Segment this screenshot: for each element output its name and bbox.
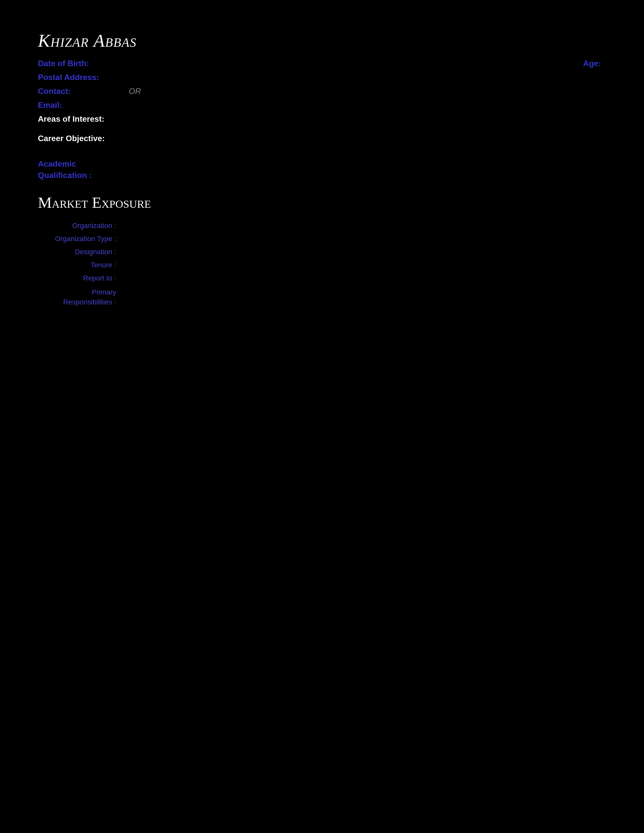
designation-label: Designation : [38, 248, 119, 256]
contact-row: Contact: OR [38, 87, 606, 96]
postal-address-row: Postal Address: [38, 73, 606, 82]
dob-label: Date of Birth: [38, 59, 114, 68]
market-exposure-heading: Market Exposure [38, 194, 606, 212]
organization-type-row: Organization Type : [38, 235, 606, 243]
career-objective-section: Career Objective: [38, 134, 606, 143]
page-title: Khizar Abbas [38, 30, 606, 51]
areas-of-interest-row: Areas of Interest: [38, 114, 606, 124]
age-label: Age: [583, 59, 601, 68]
organization-row: Organization : [38, 222, 606, 230]
email-row: Email: [38, 100, 606, 110]
primary-responsibilities-label: Primary Responsibilities : [38, 287, 119, 307]
report-to-row: Report to : [38, 274, 606, 282]
email-label: Email: [38, 100, 114, 110]
career-objective-row: Career Objective: [38, 134, 606, 143]
dob-age-row: Date of Birth: Age: [38, 59, 606, 68]
academic-label: Academic Qualification : [38, 158, 92, 181]
areas-of-interest-label: Areas of Interest: [38, 114, 114, 124]
market-exposure-section: Market Exposure Organization : Organizat… [38, 194, 606, 307]
or-text: OR [129, 87, 141, 96]
postal-address-label: Postal Address: [38, 73, 164, 82]
contact-label: Contact: [38, 87, 114, 96]
organization-type-label: Organization Type : [38, 235, 119, 243]
tenure-row: Tenure : [38, 261, 606, 269]
personal-info-section: Date of Birth: Age: Postal Address: Cont… [38, 59, 606, 124]
academic-row: Academic Qualification : [38, 158, 606, 181]
organization-label: Organization : [38, 222, 119, 230]
designation-row: Designation : [38, 248, 606, 256]
academic-qualification-section: Academic Qualification : [38, 158, 606, 181]
career-objective-label: Career Objective: [38, 134, 105, 143]
primary-responsibilities-row: Primary Responsibilities : [38, 287, 606, 307]
report-to-label: Report to : [38, 274, 119, 282]
tenure-label: Tenure : [38, 261, 119, 269]
